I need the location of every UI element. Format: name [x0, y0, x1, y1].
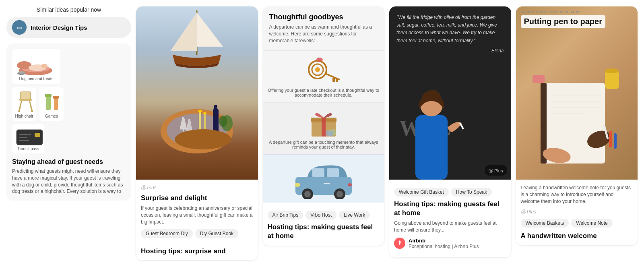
gift-desc: A departure gift can be a touching memen… — [268, 140, 380, 149]
airbnb-subtitle: Exceptional hosting | Airbnb Plus — [409, 244, 479, 249]
airbnb-author-row: Airbnb Exceptional hosting | Airbnb Plus — [394, 238, 506, 249]
svg-marker-27 — [197, 12, 223, 47]
thoughtful-title: Thoughtful goodbyes — [269, 13, 378, 21]
svg-rect-85 — [614, 133, 617, 149]
surprise-title: Surprise and delight — [141, 194, 253, 203]
col4-pin: "We fill the fridge with olive oil from … — [389, 6, 511, 261]
svg-rect-35 — [213, 109, 219, 133]
col5-body: Leaving a handwritten welcome note for y… — [516, 180, 638, 245]
guest-needs-card: Dog bed and treats — [6, 43, 131, 201]
boat-svg — [149, 6, 245, 79]
chalkboard-quote: "We fill the fridge with olive oil from … — [396, 14, 504, 45]
svg-marker-28 — [171, 12, 197, 51]
svg-rect-9 — [21, 92, 31, 99]
svg-rect-19 — [53, 96, 59, 99]
col2-footer: Hosting tips: surprise and — [136, 243, 258, 260]
games-row: High chair Games — [12, 87, 126, 121]
chalkboard-image: "We fill the fridge with olive oil from … — [389, 6, 511, 180]
col3-body: Air Bnb Tips Vrbo Host Live Work Hosting… — [263, 203, 385, 245]
col5-bottom-title: A handwritten welcome — [521, 232, 633, 240]
svg-rect-17 — [45, 94, 52, 97]
thoughtful-header: Thoughtful goodbyes A departure can be a… — [263, 6, 385, 50]
col4-tags: Welcome Gift Basket How To Speak — [394, 188, 506, 197]
tag-welcome-gift[interactable]: Welcome Gift Basket — [394, 188, 449, 197]
key-section: Offering your guest a late checkout is a… — [263, 50, 385, 102]
svg-point-42 — [219, 116, 227, 127]
svg-rect-23 — [19, 137, 27, 138]
svg-rect-57 — [325, 131, 333, 137]
hands-writing-svg — [524, 59, 629, 172]
col2-pin: ⓐ Plus Surprise and delight If your gues… — [136, 6, 258, 261]
darrel-label: DARREL'S TINY HOME IN ATLANTA — [521, 10, 605, 14]
chalkboard-author: - Elena — [396, 48, 504, 54]
tag-live-work[interactable]: Live Work — [339, 211, 370, 219]
games-label: Games — [42, 114, 61, 118]
svg-rect-24 — [19, 140, 29, 141]
svg-rect-59 — [312, 168, 324, 177]
transit-row: Transit pass — [12, 124, 126, 153]
airbnb-author-info: Airbnb Exceptional hosting | Airbnb Plus — [409, 238, 479, 249]
tag-airbnb-tips[interactable]: Air Bnb Tips — [268, 211, 303, 219]
handwritten-card: DARREL'S TINY HOME IN ATLANTA Putting pe… — [516, 6, 638, 245]
hosting-card: "We fill the fridge with olive oil from … — [389, 6, 511, 257]
svg-point-34 — [203, 112, 206, 114]
svg-rect-36 — [214, 105, 217, 111]
games-area: Games — [39, 87, 64, 121]
sidebar-column: Similar ideas popular now Tips Interior … — [6, 6, 131, 261]
writing-image: DARREL'S TINY HOME IN ATLANTA Putting pe… — [516, 6, 638, 180]
col3-pin: Thoughtful goodbyes A departure can be a… — [263, 6, 385, 261]
key-icon — [303, 56, 344, 88]
svg-rect-25 — [35, 133, 40, 137]
svg-point-49 — [315, 67, 320, 72]
tag-vrbo-host[interactable]: Vrbo Host — [305, 211, 336, 219]
svg-point-64 — [336, 191, 343, 197]
tag-welcome-baskets[interactable]: Welcome Baskets — [521, 219, 569, 228]
card-illustrations: Dog bed and treats — [12, 49, 126, 153]
car-section — [263, 154, 385, 203]
svg-point-66 — [348, 183, 352, 186]
svg-rect-82 — [605, 71, 619, 89]
transit-label: Transit pass — [14, 147, 42, 151]
col5-pin: DARREL'S TINY HOME IN ATLANTA Putting pe… — [516, 6, 638, 261]
svg-rect-48 — [336, 79, 338, 82]
svg-point-33 — [198, 110, 202, 112]
highchair-label: High chair — [14, 114, 34, 118]
col3-bottom-title: Hosting tips: making guests feel at home — [268, 223, 380, 240]
svg-rect-22 — [19, 134, 31, 135]
woman-silhouette — [401, 79, 466, 180]
similar-ideas-heading: Similar ideas popular now — [6, 6, 131, 13]
svg-text:Tips: Tips — [17, 27, 22, 30]
col4-title: Hosting tips: making guests feel at home — [394, 200, 506, 217]
tag-guest-bedroom[interactable]: Guest Bedroom Diy — [141, 229, 193, 238]
gift-section: A departure gift can be a touching memen… — [263, 102, 385, 154]
col3-tags: Air Bnb Tips Vrbo Host Live Work — [268, 211, 380, 219]
svg-rect-69 — [415, 115, 448, 180]
col5-plus-badge: ⓐ Plus — [521, 209, 633, 215]
tag-welcome-note[interactable]: Welcome Note — [571, 219, 612, 228]
svg-point-43 — [175, 129, 231, 149]
col2-bottom-title: Hosting tips: surprise and — [141, 247, 253, 256]
svg-rect-84 — [609, 131, 612, 147]
tag-how-to-speak[interactable]: How To Speak — [451, 188, 492, 197]
airbnb-logo — [394, 238, 405, 249]
tag-diy-guest-book[interactable]: Diy Guest Book — [195, 229, 238, 238]
welcome-desc: Leaving a handwritten welcome note for y… — [521, 184, 633, 205]
gift-icon — [303, 108, 344, 140]
key-desc: Offering your guest a late checkout is a… — [268, 88, 380, 97]
boat-image — [136, 6, 258, 180]
thoughtful-card: Thoughtful goodbyes A departure can be a… — [263, 6, 385, 246]
svg-rect-15 — [19, 99, 32, 101]
svg-point-51 — [316, 58, 323, 62]
table-setup-svg — [157, 95, 237, 168]
suggestion-pill[interactable]: Tips Interior Design Tips — [6, 17, 131, 38]
svg-rect-71 — [459, 122, 464, 130]
col2-tags: Guest Bedroom Diy Diy Guest Book — [141, 229, 253, 238]
svg-point-8 — [18, 71, 25, 74]
col4-plus-badge: ⓐ Plus — [489, 168, 503, 173]
suggestion-label: Interior Design Tips — [31, 24, 87, 31]
col4-desc: Going above and beyond to make guests fe… — [394, 220, 506, 234]
dog-bed-row: Dog bed and treats — [12, 49, 126, 84]
highchair-area: High chair — [12, 87, 36, 121]
svg-rect-54 — [322, 118, 326, 137]
guest-needs-title: Staying ahead of guest needs — [12, 158, 126, 166]
